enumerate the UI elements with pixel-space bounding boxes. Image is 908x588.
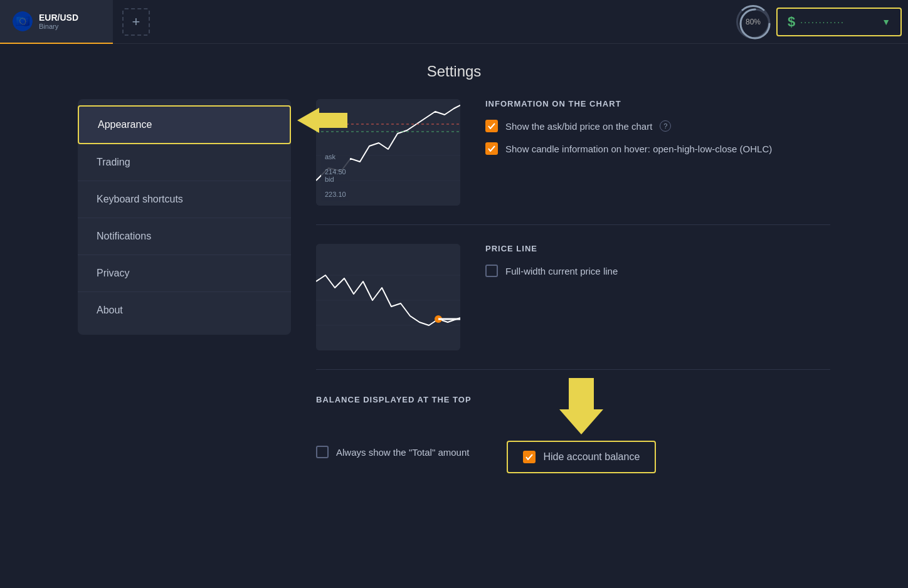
sidebar-item-notifications[interactable]: Notifications	[78, 218, 291, 255]
option-total-amount-label: Always show the "Total" amount	[336, 447, 469, 458]
tab-info: EUR/USD Binary	[39, 13, 78, 30]
sidebar-label-trading: Trading	[97, 157, 130, 167]
option-total-amount-row: Always show the "Total" amount	[316, 446, 469, 458]
main-content: Settings Appearance Trading Keyboard sho…	[0, 44, 908, 588]
svg-marker-2	[297, 108, 347, 133]
help-icon-ask-bid[interactable]: ?	[660, 120, 671, 132]
topbar-left: 🇪🇺 EUR/USD Binary +	[0, 0, 150, 44]
balance-widget[interactable]: $ ············ ▼	[776, 8, 902, 36]
balance-options: Always show the "Total" amount	[316, 441, 830, 473]
sidebar-label-privacy: Privacy	[97, 268, 129, 278]
sidebar-label-appearance: Appearance	[98, 119, 152, 130]
ask-label-value: ask 214.50	[325, 153, 346, 176]
arrow-left-annotation	[297, 108, 347, 133]
topbar-right: 80% $ ············ ▼	[736, 5, 908, 39]
chart-ask-bid-overlay: ask 214.50 bid 223.10	[321, 150, 350, 201]
balance-dots: ············	[800, 17, 845, 27]
option-candle-label: Show candle information on hover: open-h…	[505, 144, 772, 154]
checkbox-total-amount[interactable]	[316, 446, 329, 458]
sidebar: Appearance Trading Keyboard shortcuts No…	[78, 99, 291, 335]
down-arrow-annotation	[559, 378, 603, 434]
checkbox-full-width[interactable]	[485, 265, 498, 277]
option-candle-row: Show candle information on hover: open-h…	[485, 142, 830, 155]
tab-symbol: EUR/USD	[39, 13, 78, 23]
section-price-line: PRICE LINE Full-width current price line	[316, 244, 830, 370]
option-ask-bid-label: Show the ask/bid price on the chart	[505, 121, 652, 132]
option-full-width-row: Full-width current price line	[485, 265, 830, 277]
hide-balance-box[interactable]: Hide account balance	[507, 441, 656, 473]
bid-label-value: bid 223.10	[325, 176, 346, 198]
checkmark-icon	[488, 123, 495, 129]
settings-layout: Appearance Trading Keyboard shortcuts No…	[78, 99, 830, 511]
section-price-line-title: PRICE LINE	[485, 244, 830, 253]
checkbox-hide-balance[interactable]	[523, 451, 536, 463]
section-chart-info-title: INFORMATION ON THE CHART	[485, 99, 830, 108]
sidebar-label-keyboard-shortcuts: Keyboard shortcuts	[97, 194, 183, 204]
progress-circle: 80%	[736, 5, 770, 39]
add-tab-button[interactable]: +	[122, 8, 150, 36]
hide-balance-label: Hide account balance	[543, 451, 640, 463]
section-price-line-details: PRICE LINE Full-width current price line	[485, 244, 830, 350]
progress-value: 80%	[746, 18, 761, 26]
sidebar-item-about[interactable]: About	[78, 292, 291, 328]
chart-preview-price-line	[316, 244, 460, 350]
chart-svg-price-line	[316, 244, 460, 350]
svg-rect-9	[316, 244, 460, 350]
sidebar-label-notifications: Notifications	[97, 231, 151, 241]
option-ask-bid-row: Show the ask/bid price on the chart ?	[485, 120, 830, 132]
settings-content: ask 214.50 bid 223.10 INFORMATION ON THE…	[316, 99, 830, 511]
section-chart-info-details: INFORMATION ON THE CHART Show the ask/bi…	[485, 99, 830, 206]
sidebar-wrapper: Appearance Trading Keyboard shortcuts No…	[78, 99, 291, 511]
section-balance: BALANCE DISPLAYED AT THE TOP Always show…	[316, 389, 830, 492]
svg-marker-15	[559, 378, 603, 434]
checkmark-icon-balance	[525, 454, 533, 460]
arrow-left-icon	[297, 108, 347, 133]
checkbox-ask-bid[interactable]	[485, 120, 498, 132]
sidebar-item-privacy[interactable]: Privacy	[78, 255, 291, 292]
hide-balance-wrapper: Hide account balance	[507, 441, 656, 473]
page-title: Settings	[427, 63, 482, 80]
tab-type: Binary	[39, 23, 78, 30]
balance-dollar-sign: $	[788, 14, 795, 30]
topbar: 🇪🇺 EUR/USD Binary + 80% $ ············ ▼	[0, 0, 908, 44]
sidebar-item-keyboard-shortcuts[interactable]: Keyboard shortcuts	[78, 181, 291, 218]
flag-icon: 🇪🇺	[13, 11, 33, 31]
sidebar-label-about: About	[97, 305, 123, 315]
balance-chevron-icon: ▼	[882, 17, 890, 27]
section-chart-info: ask 214.50 bid 223.10 INFORMATION ON THE…	[316, 99, 830, 225]
checkmark-icon-candle	[488, 145, 495, 152]
option-full-width-label: Full-width current price line	[505, 266, 618, 276]
arrow-down-icon	[559, 378, 603, 434]
sidebar-item-appearance[interactable]: Appearance	[78, 105, 291, 144]
checkbox-candle[interactable]	[485, 142, 498, 155]
tab-flag: 🇪🇺	[13, 11, 33, 31]
sidebar-item-trading[interactable]: Trading	[78, 144, 291, 181]
active-tab[interactable]: 🇪🇺 EUR/USD Binary	[0, 0, 113, 44]
